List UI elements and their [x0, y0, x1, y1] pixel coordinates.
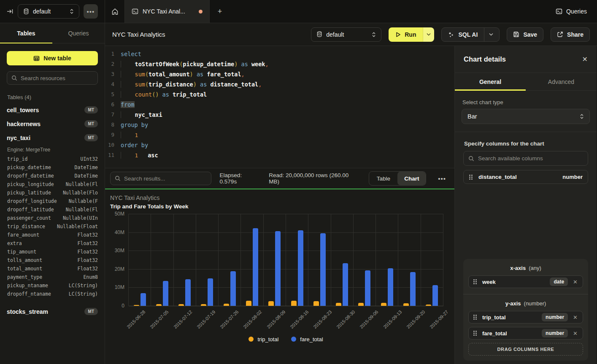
- run-button-group: Run: [389, 27, 434, 42]
- toolbar-database-selector[interactable]: default: [311, 27, 381, 42]
- bar-fare_total[interactable]: [230, 271, 236, 306]
- column-type: UInt32: [80, 156, 98, 162]
- read-stat: Read: 20,000,000 rows (260.00 MB): [269, 172, 360, 185]
- sidebar-search[interactable]: [7, 71, 98, 85]
- code-token: sum: [135, 81, 145, 88]
- code-token: ,: [265, 61, 268, 67]
- x-tick-label: 2015-07-19: [196, 309, 216, 329]
- sidebar-tabs: Tables Queries: [0, 23, 105, 43]
- bar-fare_total[interactable]: [343, 263, 348, 306]
- drag-handle-icon[interactable]: [473, 314, 478, 320]
- bar-group: [331, 214, 354, 306]
- bar-fare_total[interactable]: [208, 278, 213, 306]
- view-toggle-chart[interactable]: Chart: [397, 172, 426, 185]
- y-axis-item-fare-total[interactable]: fare_total number ✕: [468, 327, 583, 340]
- results-search[interactable]: [110, 172, 211, 185]
- columns-search[interactable]: [463, 151, 588, 166]
- bar-fare_total[interactable]: [140, 293, 146, 306]
- bar-fare_total[interactable]: [388, 268, 393, 306]
- column-type: Nullable(Float: [57, 224, 98, 229]
- bar-trip_total[interactable]: [313, 301, 319, 306]
- remove-axis-item-button[interactable]: ✕: [572, 314, 578, 321]
- tab-nyc-taxi-analytics[interactable]: NYC Taxi Anal...: [125, 0, 210, 23]
- code-token: (: [145, 81, 149, 88]
- code-token: (: [145, 71, 149, 78]
- y-tick-label: 20M: [115, 266, 124, 272]
- column-name: total_amount: [7, 266, 42, 272]
- chevron-updown-icon: [372, 32, 376, 38]
- table-row[interactable]: stocks_streamMT: [7, 305, 98, 318]
- share-button[interactable]: Share: [551, 27, 590, 42]
- code-text: group by: [121, 120, 148, 130]
- bar-trip_total[interactable]: [336, 303, 341, 306]
- queries-link[interactable]: Queries: [556, 8, 587, 15]
- code-line: 6from: [105, 100, 454, 110]
- x-axis-title: x-axis(any): [468, 265, 583, 271]
- remove-axis-item-button[interactable]: ✕: [572, 330, 578, 337]
- bar-fare_total[interactable]: [320, 233, 326, 306]
- save-button[interactable]: Save: [507, 27, 543, 42]
- y-tick-label: 0: [122, 303, 124, 309]
- query-terminal-icon: [132, 8, 138, 15]
- share-icon: [557, 31, 563, 38]
- bar-fare_total[interactable]: [185, 279, 191, 306]
- table-row[interactable]: hackernewsMT: [7, 117, 98, 131]
- legend-item-trip_total[interactable]: trip_total: [249, 336, 278, 342]
- bar-fare_total[interactable]: [253, 228, 258, 306]
- bar-fare_total[interactable]: [275, 231, 281, 306]
- table-row[interactable]: cell_towersMT: [7, 103, 98, 117]
- sidebar-more-button[interactable]: •••: [84, 4, 98, 19]
- run-button[interactable]: Run: [389, 27, 423, 42]
- code-text: count() as trip_total: [121, 89, 207, 100]
- results-more-button[interactable]: •••: [435, 175, 449, 182]
- new-table-button[interactable]: New table: [7, 51, 98, 65]
- chart-subtitle: Trip and Fare Totals by Week: [110, 203, 454, 210]
- drag-columns-drop-zone[interactable]: DRAG COLUMNS HERE: [468, 343, 583, 356]
- table-name: stocks_stream: [7, 308, 48, 315]
- database-selector[interactable]: default: [18, 4, 79, 19]
- run-options-button[interactable]: [423, 27, 434, 42]
- bar-fare_total[interactable]: [298, 230, 303, 306]
- sql-editor[interactable]: 1select2 toStartOfWeek(pickup_datetime) …: [105, 46, 454, 168]
- y-axis-item-trip-total[interactable]: trip_total number ✕: [468, 311, 583, 324]
- sidebar-search-input[interactable]: [21, 75, 95, 81]
- available-column-distance-total[interactable]: distance_total number: [463, 170, 588, 184]
- sidebar-tab-tables[interactable]: Tables: [0, 23, 52, 43]
- save-button-label: Save: [523, 31, 537, 38]
- chart-type-select[interactable]: Bar: [462, 109, 590, 124]
- chevron-down-icon: [427, 33, 431, 36]
- bar-fare_total[interactable]: [163, 281, 168, 306]
- collapse-sidebar-button[interactable]: [7, 8, 14, 15]
- code-token: distance_total: [210, 81, 258, 88]
- code-token: ): [190, 71, 193, 78]
- bar-trip_total[interactable]: [246, 301, 251, 306]
- line-number: 5: [105, 89, 121, 100]
- drag-handle-icon[interactable]: [469, 174, 474, 180]
- tab-general[interactable]: General: [455, 73, 526, 90]
- bar-trip_total[interactable]: [268, 301, 274, 306]
- home-button[interactable]: [105, 0, 125, 23]
- sql-ai-button[interactable]: SQL AI: [441, 27, 500, 42]
- remove-axis-item-button[interactable]: ✕: [572, 279, 578, 285]
- results-search-input[interactable]: [124, 175, 207, 182]
- code-line: 9 1: [105, 130, 454, 140]
- close-panel-button[interactable]: ✕: [582, 55, 588, 63]
- legend-item-fare_total[interactable]: fare_total: [291, 336, 323, 342]
- search-icon: [115, 175, 121, 181]
- new-tab-button[interactable]: +: [210, 0, 230, 23]
- column-type: DateTime: [75, 164, 98, 170]
- column-type: Enum8: [83, 274, 98, 280]
- bar-trip_total[interactable]: [291, 301, 297, 306]
- bar-fare_total[interactable]: [432, 285, 438, 306]
- x-axis-item-week[interactable]: week date ✕: [468, 275, 583, 288]
- view-toggle-table[interactable]: Table: [369, 172, 397, 185]
- bar-fare_total[interactable]: [365, 270, 370, 306]
- sidebar-tab-queries[interactable]: Queries: [52, 23, 105, 43]
- columns-search-input[interactable]: [478, 155, 583, 162]
- table-row[interactable]: nyc_taxiMT: [7, 131, 98, 145]
- drag-handle-icon[interactable]: [473, 279, 478, 285]
- tab-advanced[interactable]: Advanced: [526, 73, 597, 90]
- bar-fare_total[interactable]: [410, 272, 416, 306]
- drag-handle-icon[interactable]: [473, 330, 478, 336]
- bar-group: [129, 214, 151, 306]
